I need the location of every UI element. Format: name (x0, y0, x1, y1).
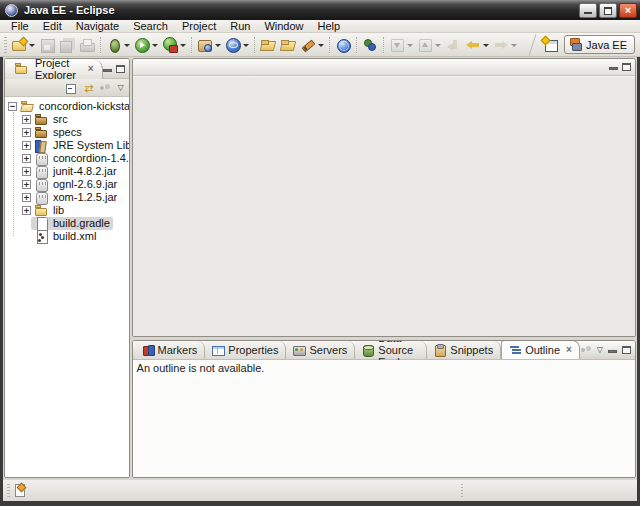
tab-project-explorer[interactable]: Project Explorer × (5, 59, 103, 79)
expander-icon[interactable]: + (22, 154, 31, 163)
empty-editor-content[interactable] (133, 76, 635, 336)
expander-icon[interactable]: + (22, 115, 31, 124)
link-with-editor-icon[interactable]: ⇄ (84, 82, 93, 94)
expander-icon[interactable]: + (22, 167, 31, 176)
dropdown-arrow-icon (318, 44, 324, 50)
tree-item-src[interactable]: + src (5, 113, 129, 126)
last-edit-location-icon (445, 37, 461, 53)
minimize-view-icon[interactable] (609, 67, 618, 70)
tab-properties[interactable]: Properties (205, 341, 286, 359)
tree-item-jre-library[interactable]: + JRE System Library [jre6] (5, 139, 129, 152)
tree-item-specs[interactable]: + specs (5, 126, 129, 139)
external-tools-button[interactable] (160, 35, 188, 55)
menu-edit[interactable]: Edit (36, 20, 69, 33)
view-menu-icon[interactable]: ▽ (117, 83, 123, 93)
new-wizard-icon (11, 37, 27, 53)
window-title: Java EE - Eclipse (24, 4, 577, 16)
web-services-wizard-icon (225, 37, 241, 53)
expander-icon[interactable]: + (22, 180, 31, 189)
toolbar-grip (4, 37, 7, 53)
dropdown-arrow-icon (29, 44, 35, 50)
run-button[interactable] (132, 35, 160, 55)
fast-view-icon[interactable] (15, 484, 25, 497)
menu-window[interactable]: Window (257, 20, 310, 33)
dropdown-arrow-icon (180, 44, 186, 50)
save-all-button[interactable] (57, 35, 77, 55)
tab-markers[interactable]: Markers (135, 341, 206, 359)
tree-item-build-xml[interactable]: build.xml (5, 230, 129, 243)
minimize-icon (584, 12, 592, 14)
toolbar-separator (356, 37, 357, 53)
minimize-view-icon[interactable] (608, 350, 617, 353)
minimize-button[interactable] (579, 3, 597, 18)
tree-item-ognl-jar[interactable]: + ognl-2.6.9.jar (5, 178, 129, 191)
web-services-wizard-button[interactable] (223, 35, 251, 55)
expander-icon[interactable]: − (8, 102, 17, 111)
team-sync-button[interactable] (360, 35, 380, 55)
tree-item-project[interactable]: − concordion-kickstart (5, 100, 129, 113)
export-button[interactable] (278, 35, 298, 55)
debug-button[interactable] (104, 35, 132, 55)
expander-icon[interactable]: + (22, 193, 31, 202)
menu-run[interactable]: Run (223, 20, 257, 33)
tree-item-build-gradle[interactable]: build.gradle (5, 217, 129, 230)
project-explorer-view: Project Explorer × ⇄ ▽ − conc (4, 58, 130, 478)
tab-close-icon[interactable]: × (88, 64, 94, 74)
new-wizard-button[interactable] (9, 35, 37, 55)
tree-item-label: lib (53, 204, 64, 217)
maximize-view-icon[interactable] (622, 63, 631, 71)
eclipse-window: Java EE - Eclipse × File Edit Navigate S… (0, 0, 640, 506)
menu-help[interactable]: Help (311, 20, 348, 33)
last-edit-location-button[interactable] (443, 35, 463, 55)
jar-icon (34, 191, 50, 204)
tab-close-icon[interactable]: × (566, 345, 572, 355)
toolbar-separator (100, 37, 101, 53)
view-menu-icon[interactable]: ▽ (597, 345, 603, 355)
tab-data-source-explorer[interactable]: Data Source Explorer (355, 341, 427, 359)
tree-item-label: build.xml (53, 230, 96, 243)
close-button[interactable]: × (619, 3, 637, 18)
menu-file[interactable]: File (4, 20, 36, 33)
toolbar-curve-separator (529, 34, 537, 55)
menu-bar: File Edit Navigate Search Project Run Wi… (0, 20, 640, 33)
selected-row-highlight: build.gradle (31, 217, 113, 230)
menu-search[interactable]: Search (126, 20, 175, 33)
window-border (0, 501, 640, 506)
expander-icon[interactable]: + (22, 206, 31, 215)
tab-servers[interactable]: Servers (286, 341, 355, 359)
import-button[interactable] (258, 35, 278, 55)
new-web-wizard-button[interactable] (195, 35, 223, 55)
tree-item-concordion-jar[interactable]: + concordion-1.4.2.jar (5, 152, 129, 165)
expander-icon[interactable]: + (22, 128, 31, 137)
tree-item-lib[interactable]: + lib (5, 204, 129, 217)
next-annotation-button[interactable] (387, 35, 415, 55)
previous-annotation-button[interactable] (415, 35, 443, 55)
maximize-view-icon[interactable] (116, 65, 125, 73)
save-button[interactable] (37, 35, 57, 55)
maximize-button[interactable] (599, 3, 617, 18)
tab-outline[interactable]: Outline × (501, 340, 580, 359)
tree-item-xom-jar[interactable]: + xom-1.2.5.jar (5, 191, 129, 204)
open-perspective-button[interactable] (541, 35, 560, 55)
minimize-view-icon[interactable] (103, 69, 112, 72)
dropdown-arrow-icon (152, 44, 158, 50)
debug-icon (106, 37, 122, 53)
tab-snippets[interactable]: Snippets (427, 341, 501, 359)
bottom-tab-strip: Markers Properties Servers Data Source E… (133, 341, 635, 360)
maximize-view-icon[interactable] (622, 346, 631, 354)
back-button[interactable] (463, 35, 491, 55)
menu-navigate[interactable]: Navigate (69, 20, 126, 33)
dim-dots-icon[interactable] (99, 82, 111, 94)
source-folder-icon (34, 113, 50, 126)
perspective-java-ee-button[interactable]: Java EE (564, 35, 635, 54)
tree-item-junit-jar[interactable]: + junit-4.8.2.jar (5, 165, 129, 178)
print-button[interactable] (77, 35, 97, 55)
expander-icon[interactable]: + (22, 141, 31, 150)
web-browser-button[interactable] (333, 35, 353, 55)
forward-button[interactable] (491, 35, 519, 55)
mark-occurrences-button[interactable] (298, 35, 326, 55)
menu-project[interactable]: Project (175, 20, 223, 33)
collapse-all-icon[interactable] (66, 82, 78, 94)
java-ee-perspective-icon (569, 38, 582, 51)
tab-label: Outline (525, 344, 560, 356)
